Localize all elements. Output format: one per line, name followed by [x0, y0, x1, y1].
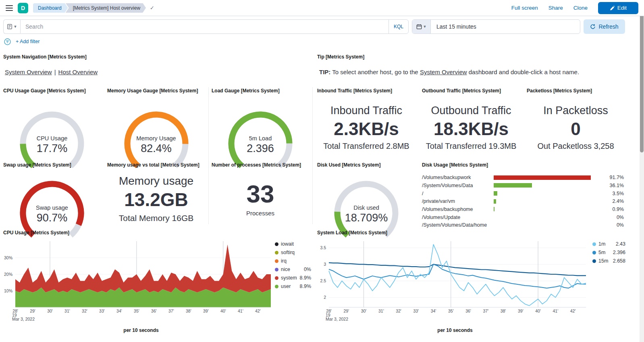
metric-label: Processes	[246, 210, 274, 217]
gauge-value: 2.396	[247, 142, 274, 155]
legend-item[interactable]: 15m2.658	[592, 258, 625, 264]
processes-metric: 33 Processes	[208, 171, 312, 227]
disk-usage-bar	[494, 215, 600, 219]
svg-text:30': 30'	[47, 309, 53, 313]
svg-text:40': 40'	[535, 309, 541, 313]
clone-link[interactable]: Clone	[573, 5, 588, 11]
panel-title[interactable]: System Load [Metrics System]	[314, 227, 628, 239]
svg-text:30': 30'	[361, 309, 367, 313]
disk-path-label: /private/var/vm	[422, 198, 494, 204]
legend-label: 15m	[598, 258, 608, 264]
scrollbar-thumb[interactable]	[640, 0, 644, 152]
panel-cpu-usage-gauge: CPU Usage Gauge [Metrics System] CPU Usa…	[0, 85, 104, 159]
svg-text:39': 39'	[518, 309, 524, 313]
breadcrumb-dashboard[interactable]: Dashboard	[33, 3, 68, 13]
panel-title[interactable]: CPU Usage [Metrics System]	[0, 227, 314, 239]
legend-label: irq	[281, 258, 287, 264]
svg-text:33': 33'	[413, 309, 419, 313]
metric-value: 2.3KB/s	[334, 118, 399, 140]
legend-item[interactable]: 5m2.396	[592, 250, 625, 255]
search-input[interactable]	[21, 23, 388, 30]
saved-query-menu-button[interactable]: ▼	[3, 19, 20, 34]
svg-text:3.5: 3.5	[320, 245, 326, 250]
space-avatar[interactable]: D	[18, 3, 28, 13]
system-overview-link[interactable]: System Overview	[420, 69, 467, 75]
svg-text:30%: 30%	[4, 255, 12, 260]
legend-value: 2.43	[616, 241, 625, 247]
legend-item[interactable]: softirq	[275, 250, 311, 255]
gauge-label: 5m Load	[249, 135, 272, 142]
panel-title[interactable]: Disk Used [Metrics System]	[314, 159, 419, 171]
disk-path-label: /Volumes/Update	[422, 215, 494, 220]
disk-path-label: /System/Volumes/Data	[422, 183, 494, 188]
legend-dot-icon	[592, 259, 596, 263]
disk-usage-row: /System/Volumes/Data36.1%	[419, 181, 628, 190]
disk-path-label: /	[422, 191, 494, 196]
load-chart-legend: 1m2.435m2.39615m2.658	[592, 241, 625, 264]
panel-title[interactable]: Disk Usage [Metrics System]	[419, 159, 628, 171]
panel-title[interactable]: System Navigation [Metrics System]	[0, 51, 314, 63]
gauge-label: Swap usage	[36, 204, 68, 211]
svg-text:Mar 3, 2022: Mar 3, 2022	[326, 317, 348, 321]
legend-item[interactable]: 1m2.43	[592, 241, 625, 247]
panel-title[interactable]: Swap usage [Metrics System]	[0, 159, 104, 171]
disk-usage-row: /3.5%	[419, 190, 628, 198]
legend-item[interactable]: nice0%	[275, 267, 311, 272]
legend-item[interactable]: user8.9%	[275, 284, 311, 289]
svg-text:32': 32'	[396, 309, 401, 313]
panel-title[interactable]: Memory Usage Gauge [Metrics System]	[104, 85, 208, 97]
disk-path-label: /Volumes/backupwork	[422, 175, 494, 180]
svg-text:37': 37'	[168, 309, 174, 313]
svg-text:2: 2	[324, 295, 326, 300]
breadcrumb-current-page[interactable]: [Metrics System] Host overview	[66, 3, 146, 13]
panel-number-of-processes: Number of processes [Metrics System] 33 …	[208, 159, 312, 227]
full-screen-link[interactable]: Full screen	[511, 5, 538, 11]
legend-item[interactable]: irq	[275, 258, 311, 264]
panel-title[interactable]: Load Gauge [Metrics System]	[208, 85, 312, 97]
panel-title[interactable]: Memory usage vs total [Metrics System]	[104, 159, 208, 171]
svg-text:Mar 3, 2022: Mar 3, 2022	[12, 317, 35, 321]
legend-item[interactable]: iowait	[275, 241, 311, 247]
kql-language-button[interactable]: KQL	[388, 20, 408, 33]
date-quick-select-button[interactable]: ▼	[412, 20, 431, 33]
legend-label: iowait	[281, 241, 294, 247]
edit-button-label: Edit	[617, 5, 627, 11]
edit-button[interactable]: Edit	[598, 2, 638, 14]
panel-title[interactable]: Number of processes [Metrics System]	[208, 159, 312, 171]
system-overview-link[interactable]: System Overview	[5, 69, 52, 75]
panel-outbound-traffic: Outbound Traffic [Metrics System] Outbou…	[419, 85, 524, 159]
panel-title[interactable]: Outbound Traffic [Metrics System]	[419, 85, 524, 97]
scrollbar-track[interactable]	[640, 0, 644, 342]
svg-text:29': 29'	[30, 309, 35, 313]
legend-dot-icon	[592, 251, 596, 254]
saved-query-icon	[7, 24, 12, 29]
metric-label: Memory usage	[119, 174, 193, 188]
panel-cpu-usage-chart: CPU Usage [Metrics System] 10%20%30%28'2…	[0, 227, 314, 342]
link-separator: |	[54, 69, 56, 75]
share-link[interactable]: Share	[548, 5, 563, 11]
disk-usage-value: 91.7%	[605, 175, 624, 180]
svg-text:34': 34'	[116, 309, 122, 313]
legend-dot-icon	[592, 242, 596, 246]
menu-icon[interactable]	[6, 5, 13, 11]
legend-value: 2.396	[613, 250, 625, 255]
time-range-button[interactable]: Last 15 minutes	[431, 20, 580, 33]
panel-separator	[312, 87, 313, 224]
host-overview-link[interactable]: Host Overview	[58, 69, 98, 75]
panel-title[interactable]: CPU Usage Gauge [Metrics System]	[0, 85, 104, 97]
panel-title[interactable]: Packetloss [Metrics System]	[524, 85, 628, 97]
calendar-icon	[416, 24, 422, 29]
add-filter-link[interactable]: + Add filter	[16, 39, 39, 44]
panel-title[interactable]: Tip [Metrics System]	[314, 51, 628, 63]
cpu-chart-legend: iowaitsoftirqirqnice0%system8.9%user8.9%	[275, 241, 311, 289]
kibana-dashboard: D Dashboard [Metrics System] Host overvi…	[0, 0, 644, 342]
svg-text:38': 38'	[186, 309, 191, 313]
metric-subtitle: Out Packetloss 3,258	[537, 140, 614, 152]
refresh-button[interactable]: Refresh	[584, 19, 625, 34]
disk-usage-row: /private/var/vm2.4%	[419, 197, 628, 205]
svg-text:20%: 20%	[4, 272, 12, 277]
x-axis-label: per 10 seconds	[314, 327, 596, 333]
svg-text:41': 41'	[553, 309, 558, 313]
legend-item[interactable]: system8.9%	[275, 275, 311, 281]
panel-title[interactable]: Inbound Traffic [Metrics System]	[314, 85, 419, 97]
